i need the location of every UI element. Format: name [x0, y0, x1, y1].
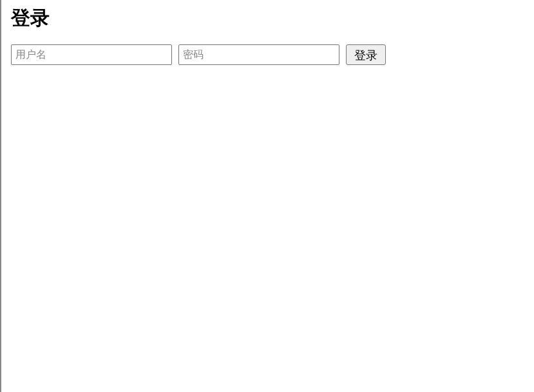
page-title: 登录 — [11, 5, 524, 32]
login-container: 登录 登录 — [1, 0, 534, 70]
username-input[interactable] — [11, 44, 172, 65]
password-input[interactable] — [178, 44, 339, 65]
login-button[interactable]: 登录 — [346, 44, 386, 65]
login-form: 登录 — [11, 44, 524, 65]
